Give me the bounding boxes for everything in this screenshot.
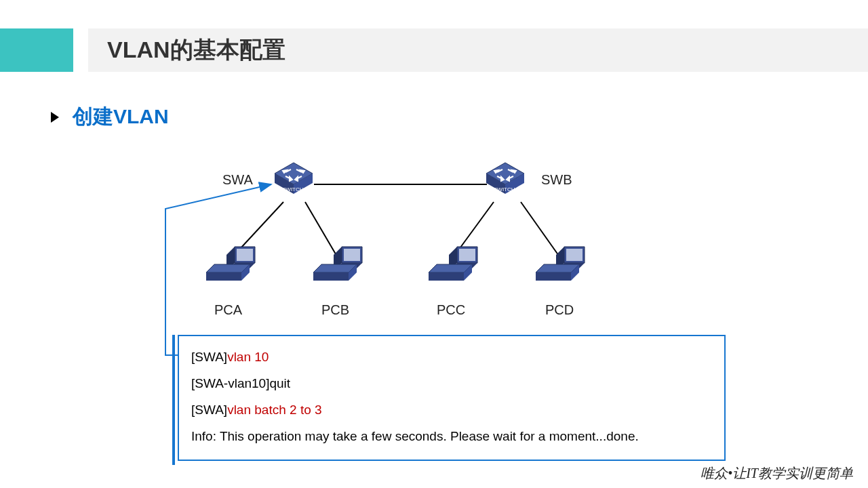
page-title: VLAN的基本配置: [88, 28, 868, 72]
label-pca: PCA: [214, 302, 242, 318]
switch-icon: SWITCH: [481, 159, 529, 206]
title-bar: VLAN的基本配置: [0, 28, 868, 72]
switch-icon: SWITCH: [270, 159, 317, 206]
svg-text:SWITCH: SWITCH: [494, 186, 515, 192]
svg-rect-56: [566, 249, 583, 261]
subheading-text: 创建VLAN: [73, 103, 169, 131]
cli-output-box: [SWA]vlan 10 [SWA-vlan10]quit [SWA]vlan …: [178, 335, 726, 461]
cli-box-accent: [172, 335, 175, 465]
svg-text:SWITCH: SWITCH: [282, 186, 304, 192]
subheading: 创建VLAN: [51, 103, 169, 131]
label-pcc: PCC: [437, 302, 465, 318]
svg-rect-49: [459, 249, 475, 261]
cli-line: [SWA]vlan batch 2 to 3: [191, 397, 712, 424]
title-accent-block: [0, 28, 73, 72]
cli-line: Info: This operation may take a few seco…: [191, 424, 712, 450]
computer-icon: [309, 244, 363, 291]
label-swa: SWA: [222, 172, 253, 188]
label-pcb: PCB: [321, 302, 349, 318]
svg-marker-54: [536, 272, 571, 281]
svg-marker-40: [313, 272, 349, 281]
footer-note: 唯众•让IT教学实训更简单: [701, 464, 853, 483]
computer-icon: [532, 244, 586, 291]
bullet-triangle-icon: [51, 112, 59, 123]
svg-rect-35: [237, 249, 253, 261]
label-swb: SWB: [541, 172, 572, 188]
svg-marker-33: [206, 272, 241, 281]
svg-marker-47: [429, 272, 464, 281]
computer-icon: [202, 244, 256, 291]
cli-line: [SWA]vlan 10: [191, 344, 712, 371]
svg-rect-42: [344, 249, 360, 261]
cli-line: [SWA-vlan10]quit: [191, 371, 712, 397]
network-topology-diagram: SWITCH SWA SWITCH SWB PCA: [149, 156, 637, 332]
label-pcd: PCD: [545, 302, 574, 318]
computer-icon: [425, 244, 479, 291]
